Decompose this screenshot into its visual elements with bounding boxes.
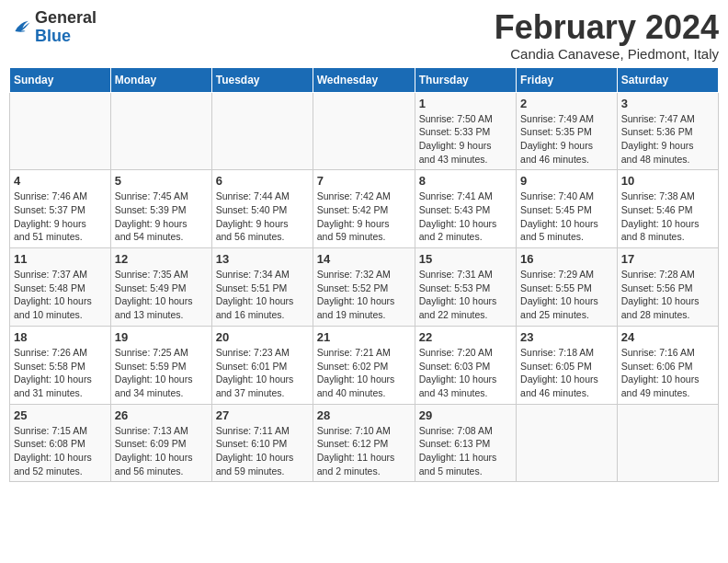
day-info: Sunrise: 7:18 AM Sunset: 6:05 PM Dayligh…: [520, 346, 613, 400]
day-cell: 22Sunrise: 7:20 AM Sunset: 6:03 PM Dayli…: [415, 326, 516, 404]
day-cell: 10Sunrise: 7:38 AM Sunset: 5:46 PM Dayli…: [617, 170, 718, 248]
day-cell: 14Sunrise: 7:32 AM Sunset: 5:52 PM Dayli…: [313, 248, 415, 327]
day-info: Sunrise: 7:26 AM Sunset: 5:58 PM Dayligh…: [14, 346, 107, 400]
day-number: 3: [621, 97, 714, 110]
day-cell: 2Sunrise: 7:49 AM Sunset: 5:35 PM Daylig…: [517, 92, 618, 170]
logo-general-text: General: [35, 8, 97, 27]
day-cell: 3Sunrise: 7:47 AM Sunset: 5:36 PM Daylig…: [617, 92, 718, 170]
day-info: Sunrise: 7:42 AM Sunset: 5:42 PM Dayligh…: [317, 190, 411, 244]
day-info: Sunrise: 7:40 AM Sunset: 5:45 PM Dayligh…: [520, 190, 613, 244]
day-number: 4: [14, 174, 107, 188]
day-cell: 25Sunrise: 7:15 AM Sunset: 6:08 PM Dayli…: [10, 404, 111, 482]
day-cell: 16Sunrise: 7:29 AM Sunset: 5:55 PM Dayli…: [517, 248, 618, 327]
day-info: Sunrise: 7:34 AM Sunset: 5:51 PM Dayligh…: [216, 268, 309, 322]
day-info: Sunrise: 7:38 AM Sunset: 5:46 PM Dayligh…: [621, 190, 714, 244]
day-number: 28: [317, 408, 411, 422]
week-row-3: 11Sunrise: 7:37 AM Sunset: 5:48 PM Dayli…: [10, 248, 719, 327]
day-number: 8: [419, 174, 512, 188]
day-cell: 8Sunrise: 7:41 AM Sunset: 5:43 PM Daylig…: [415, 170, 516, 248]
day-cell: 1Sunrise: 7:50 AM Sunset: 5:33 PM Daylig…: [415, 92, 516, 170]
day-number: 15: [419, 252, 512, 266]
day-number: 6: [216, 174, 309, 188]
day-info: Sunrise: 7:49 AM Sunset: 5:35 PM Dayligh…: [520, 112, 613, 167]
day-info: Sunrise: 7:35 AM Sunset: 5:49 PM Dayligh…: [115, 268, 208, 322]
month-title: February 2024: [495, 9, 719, 46]
day-cell: 12Sunrise: 7:35 AM Sunset: 5:49 PM Dayli…: [110, 248, 211, 327]
day-number: 26: [115, 408, 208, 422]
day-cell: 24Sunrise: 7:16 AM Sunset: 6:06 PM Dayli…: [617, 326, 718, 404]
day-number: 14: [317, 252, 411, 266]
week-row-5: 25Sunrise: 7:15 AM Sunset: 6:08 PM Dayli…: [10, 404, 719, 482]
day-cell: [617, 404, 718, 482]
day-cell: 13Sunrise: 7:34 AM Sunset: 5:51 PM Dayli…: [211, 248, 313, 327]
day-cell: 19Sunrise: 7:25 AM Sunset: 5:59 PM Dayli…: [110, 326, 211, 404]
day-cell: [110, 92, 211, 170]
day-info: Sunrise: 7:37 AM Sunset: 5:48 PM Dayligh…: [14, 268, 107, 322]
day-cell: [313, 92, 415, 170]
day-info: Sunrise: 7:23 AM Sunset: 6:01 PM Dayligh…: [216, 346, 309, 400]
day-info: Sunrise: 7:47 AM Sunset: 5:36 PM Dayligh…: [621, 112, 714, 167]
day-info: Sunrise: 7:32 AM Sunset: 5:52 PM Dayligh…: [317, 268, 411, 322]
day-info: Sunrise: 7:20 AM Sunset: 6:03 PM Dayligh…: [419, 346, 512, 400]
day-number: 12: [115, 252, 208, 266]
day-cell: 17Sunrise: 7:28 AM Sunset: 5:56 PM Dayli…: [617, 248, 718, 327]
day-cell: 11Sunrise: 7:37 AM Sunset: 5:48 PM Dayli…: [10, 248, 111, 327]
day-number: 7: [317, 174, 411, 188]
week-row-1: 1Sunrise: 7:50 AM Sunset: 5:33 PM Daylig…: [10, 92, 719, 170]
week-row-2: 4Sunrise: 7:46 AM Sunset: 5:37 PM Daylig…: [10, 170, 719, 248]
col-header-monday: Monday: [110, 67, 211, 92]
day-cell: 15Sunrise: 7:31 AM Sunset: 5:53 PM Dayli…: [415, 248, 516, 327]
day-info: Sunrise: 7:50 AM Sunset: 5:33 PM Dayligh…: [419, 112, 512, 167]
day-number: 17: [621, 252, 714, 266]
day-cell: 23Sunrise: 7:18 AM Sunset: 6:05 PM Dayli…: [517, 326, 618, 404]
day-number: 13: [216, 252, 309, 266]
day-info: Sunrise: 7:46 AM Sunset: 5:37 PM Dayligh…: [14, 190, 107, 244]
col-header-thursday: Thursday: [415, 67, 516, 92]
day-number: 5: [115, 174, 208, 188]
logo-bird-icon: [9, 17, 31, 39]
day-number: 29: [419, 408, 512, 422]
day-cell: 28Sunrise: 7:10 AM Sunset: 6:12 PM Dayli…: [313, 404, 415, 482]
day-cell: 20Sunrise: 7:23 AM Sunset: 6:01 PM Dayli…: [211, 326, 313, 404]
day-number: 21: [317, 330, 411, 344]
col-header-wednesday: Wednesday: [313, 67, 415, 92]
logo-blue-text: Blue: [35, 27, 71, 45]
day-number: 23: [520, 330, 613, 344]
day-info: Sunrise: 7:29 AM Sunset: 5:55 PM Dayligh…: [520, 268, 613, 322]
day-cell: [10, 92, 111, 170]
week-row-4: 18Sunrise: 7:26 AM Sunset: 5:58 PM Dayli…: [10, 326, 719, 404]
col-header-saturday: Saturday: [617, 67, 718, 92]
title-block: February 2024 Candia Canavese, Piedmont,…: [495, 9, 719, 62]
day-info: Sunrise: 7:13 AM Sunset: 6:09 PM Dayligh…: [115, 424, 208, 478]
location: Candia Canavese, Piedmont, Italy: [495, 46, 719, 62]
day-info: Sunrise: 7:41 AM Sunset: 5:43 PM Dayligh…: [419, 190, 512, 244]
day-number: 9: [520, 174, 613, 188]
day-number: 18: [14, 330, 107, 344]
day-number: 24: [621, 330, 714, 344]
calendar-table: SundayMondayTuesdayWednesdayThursdayFrid…: [9, 67, 719, 483]
day-info: Sunrise: 7:44 AM Sunset: 5:40 PM Dayligh…: [216, 190, 309, 244]
col-header-friday: Friday: [517, 67, 618, 92]
day-cell: 4Sunrise: 7:46 AM Sunset: 5:37 PM Daylig…: [10, 170, 111, 248]
col-header-tuesday: Tuesday: [211, 67, 313, 92]
day-number: 2: [520, 97, 613, 110]
day-number: 1: [419, 97, 512, 110]
day-info: Sunrise: 7:31 AM Sunset: 5:53 PM Dayligh…: [419, 268, 512, 322]
day-info: Sunrise: 7:10 AM Sunset: 6:12 PM Dayligh…: [317, 424, 411, 478]
day-cell: [517, 404, 618, 482]
day-info: Sunrise: 7:25 AM Sunset: 5:59 PM Dayligh…: [115, 346, 208, 400]
day-number: 25: [14, 408, 107, 422]
day-info: Sunrise: 7:08 AM Sunset: 6:13 PM Dayligh…: [419, 424, 512, 478]
day-number: 19: [115, 330, 208, 344]
day-info: Sunrise: 7:28 AM Sunset: 5:56 PM Dayligh…: [621, 268, 714, 322]
day-cell: 29Sunrise: 7:08 AM Sunset: 6:13 PM Dayli…: [415, 404, 516, 482]
day-number: 22: [419, 330, 512, 344]
day-cell: 7Sunrise: 7:42 AM Sunset: 5:42 PM Daylig…: [313, 170, 415, 248]
day-cell: 5Sunrise: 7:45 AM Sunset: 5:39 PM Daylig…: [110, 170, 211, 248]
day-cell: [211, 92, 313, 170]
day-cell: 26Sunrise: 7:13 AM Sunset: 6:09 PM Dayli…: [110, 404, 211, 482]
day-cell: 21Sunrise: 7:21 AM Sunset: 6:02 PM Dayli…: [313, 326, 415, 404]
day-cell: 18Sunrise: 7:26 AM Sunset: 5:58 PM Dayli…: [10, 326, 111, 404]
logo: General Blue: [9, 9, 97, 46]
day-info: Sunrise: 7:16 AM Sunset: 6:06 PM Dayligh…: [621, 346, 714, 400]
